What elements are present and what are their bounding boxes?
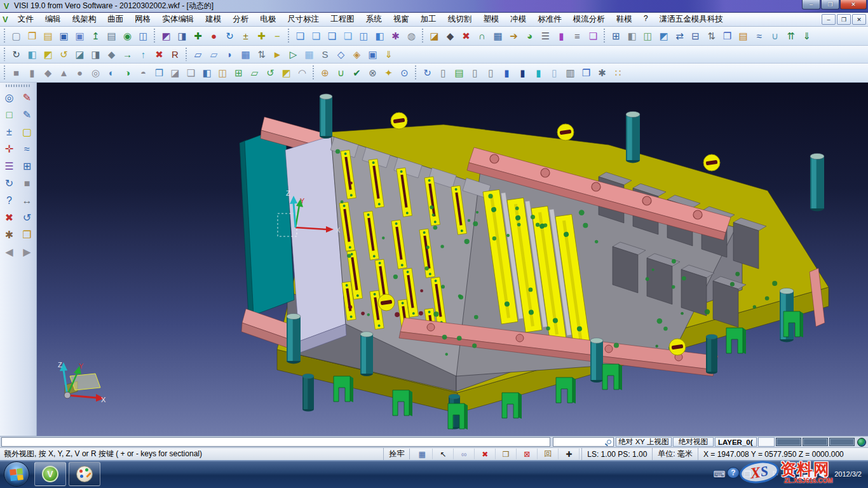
lock-button[interactable]: 拴牢 [383, 448, 409, 460]
create-torus-button[interactable]: ◎ [88, 65, 104, 81]
close-button[interactable]: ✕ [840, 0, 867, 10]
remove-section-button[interactable]: ✖ [458, 29, 474, 44]
delete-entity-button[interactable]: ✖ [1, 210, 18, 226]
wedge-block-button[interactable]: ◪ [167, 65, 183, 81]
select-cursor-button[interactable]: ↖ [433, 449, 454, 459]
drive-surface-button[interactable]: ▷ [285, 47, 301, 62]
ruled-surface-button[interactable]: ► [269, 47, 285, 62]
measure-distance-button[interactable]: ↔ [19, 193, 36, 208]
toolbar-grip[interactable] [3, 48, 6, 61]
drop-surface-button[interactable]: ⇓ [381, 47, 397, 62]
layer-a-button[interactable]: ▯ [467, 65, 483, 81]
menu-item-6[interactable]: 建模 [200, 13, 227, 26]
taskbar-clock[interactable]: 2012/3/2 [831, 470, 865, 478]
spring-check-button[interactable]: ≈ [751, 29, 767, 44]
help-icon[interactable]: ? [727, 467, 740, 478]
chain-select-button[interactable]: ∞ [454, 449, 475, 459]
cut-sphere-button[interactable]: ◐ [104, 65, 119, 81]
align-edge-button[interactable]: ◧ [624, 29, 640, 44]
top-view-button[interactable]: ◩ [40, 47, 56, 62]
mdi-close-button[interactable]: ✕ [852, 14, 866, 25]
menu-item-2[interactable]: 线架构 [67, 13, 102, 26]
reset-view-button[interactable]: R [167, 47, 183, 62]
zoom-entities-button[interactable]: ◎ [1, 90, 18, 105]
mirror-model-button[interactable]: ◫ [640, 29, 656, 44]
draft-analysis-button[interactable]: ◪ [426, 29, 442, 44]
menu-item-16[interactable]: 冲模 [505, 13, 532, 26]
toolbar-grip[interactable] [603, 29, 606, 43]
query-help-button[interactable]: ? [1, 193, 18, 208]
print-button[interactable]: ▤ [104, 29, 119, 44]
layer-settings-button[interactable]: ✱ [594, 65, 610, 81]
taskbar-visi-app[interactable]: V [34, 462, 66, 486]
undo-button[interactable]: ↺ [19, 210, 36, 226]
menu-item-13[interactable]: 加工 [415, 13, 442, 26]
layer-striped-button[interactable]: ▥ [562, 65, 578, 81]
sketch-curve-button[interactable]: ✎ [19, 107, 36, 123]
menu-item-0[interactable]: 文件 [12, 13, 39, 26]
toggle-visibility-button[interactable]: ± [238, 29, 254, 44]
start-button[interactable] [4, 461, 29, 487]
corner-block-button[interactable]: ❒ [151, 65, 167, 81]
iso-view-button[interactable]: ◧ [24, 47, 40, 62]
spline-edit-button[interactable]: ≈ [19, 141, 36, 157]
datum-plane-button[interactable]: ▱ [190, 47, 206, 62]
menu-item-5[interactable]: 实体编辑 [156, 13, 200, 26]
swap-components-button[interactable]: ⇅ [703, 29, 719, 44]
open-file-button[interactable]: ❐ [24, 29, 40, 44]
layer-light-button[interactable]: ▯ [546, 65, 562, 81]
sweep-pipe-button[interactable]: S [317, 47, 333, 62]
merge-solids-button[interactable]: ⊙ [397, 65, 412, 81]
mdi-minimize-button[interactable]: – [822, 14, 836, 25]
show-all-button[interactable]: ✚ [254, 29, 269, 44]
viewport-3d[interactable]: Z Y X Z Y X [37, 83, 868, 436]
net-surface-button[interactable]: ▦ [238, 47, 254, 62]
volume-icon[interactable]: ◀) [817, 467, 829, 481]
flatten-surface-button[interactable]: ❏ [324, 29, 340, 44]
regenerate-button[interactable]: ↻ [1, 175, 18, 191]
restore-button[interactable]: ❐ [821, 0, 839, 10]
loft-check-button[interactable]: ∪ [767, 29, 783, 44]
visibility-manager-button[interactable]: ● [206, 29, 222, 44]
export-button[interactable]: ↥ [88, 29, 104, 44]
datum-rect-button[interactable]: ▱ [247, 65, 262, 81]
unroll-surface-button[interactable]: ❏ [292, 29, 308, 44]
push-surface-button[interactable]: ◈ [349, 47, 365, 62]
toolbar-grip[interactable] [414, 65, 417, 80]
menu-item-7[interactable]: 分析 [227, 13, 254, 26]
arch-block-button[interactable]: ◠ [294, 65, 310, 81]
action-center-icon[interactable]: ⚐ [769, 467, 782, 481]
split-solid-button[interactable]: ✦ [381, 65, 397, 81]
boolean-sphere-button[interactable]: ◑ [119, 65, 135, 81]
menu-item-20[interactable]: ? [638, 13, 654, 26]
new-file-button[interactable]: ▢ [8, 29, 24, 44]
solid-display-button[interactable]: ■ [19, 175, 36, 191]
layer-copy-button[interactable]: ❐ [578, 65, 594, 81]
edit-entity-button[interactable]: ✎ [19, 90, 36, 105]
patch-surface-button[interactable]: ◗ [222, 47, 238, 62]
view-selector[interactable]: 绝对 XY 上视图 [616, 437, 672, 447]
select-frame-button[interactable]: □ [1, 107, 18, 123]
swap-uv-button[interactable]: ⇅ [254, 47, 269, 62]
drop-plate-button[interactable]: ⇓ [799, 29, 815, 44]
add-material-button[interactable]: ⊕ [317, 65, 333, 81]
menu-item-18[interactable]: 模流分析 [567, 13, 611, 26]
import-file-button[interactable]: ▤ [40, 29, 56, 44]
delete-entity-button[interactable]: ✖ [475, 449, 496, 459]
history-forward-button[interactable]: ▶ [19, 244, 36, 260]
open-shell-button[interactable]: ❏ [183, 65, 199, 81]
face-normals-button[interactable]: ◍ [403, 29, 419, 44]
save-as-button[interactable]: ▣ [72, 29, 88, 44]
mdi-restore-button[interactable]: ❐ [837, 14, 851, 25]
display-attributes-button[interactable]: ☰ [1, 158, 18, 174]
menu-item-8[interactable]: 电极 [254, 13, 281, 26]
render-attributes-button[interactable]: ◩ [158, 29, 174, 44]
layer-wireframe-button[interactable]: ▤ [451, 65, 467, 81]
pocket-block-button[interactable]: ◩ [278, 65, 294, 81]
plate-stack-button[interactable]: ≡ [569, 29, 585, 44]
show-hidden-icon[interactable]: ▴ [755, 467, 768, 481]
layer-stack-button[interactable]: ☰ [538, 29, 553, 44]
curvature-analysis-button[interactable]: ◕ [522, 29, 538, 44]
develop-surface-button[interactable]: ❏ [308, 29, 324, 44]
interference-check-button[interactable]: ⊞ [608, 29, 624, 44]
